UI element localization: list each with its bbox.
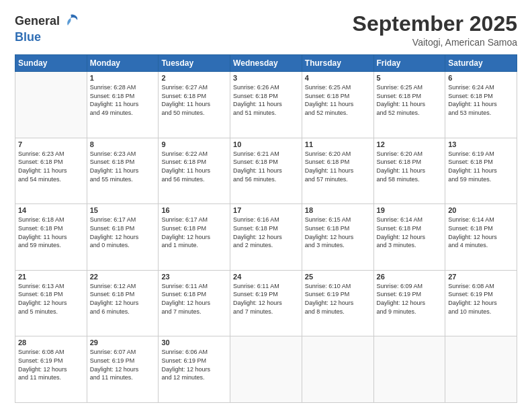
day-number: 7 [18,140,84,148]
day-info: Sunrise: 6:11 AMSunset: 6:18 PMDaylight:… [161,282,227,316]
day-info: Sunrise: 6:06 AMSunset: 6:19 PMDaylight:… [161,348,227,381]
table-row [230,336,302,403]
calendar-week-row: 14Sunrise: 6:18 AMSunset: 6:18 PMDayligh… [15,204,517,271]
table-row: 5Sunrise: 6:25 AMSunset: 6:18 PMDaylight… [373,72,445,138]
day-number: 21 [18,273,84,281]
table-row: 23Sunrise: 6:11 AMSunset: 6:18 PMDayligh… [159,270,230,336]
day-info: Sunrise: 6:26 AMSunset: 6:18 PMDaylight:… [233,83,299,117]
table-row: 9Sunrise: 6:22 AMSunset: 6:18 PMDaylight… [159,138,230,204]
day-info: Sunrise: 6:24 AMSunset: 6:18 PMDaylight:… [448,83,514,117]
table-row: 27Sunrise: 6:08 AMSunset: 6:19 PMDayligh… [445,270,517,336]
logo: General Blue [15,12,80,44]
day-info: Sunrise: 6:20 AMSunset: 6:18 PMDaylight:… [377,150,443,183]
table-row: 13Sunrise: 6:19 AMSunset: 6:18 PMDayligh… [445,138,517,204]
day-info: Sunrise: 6:09 AMSunset: 6:19 PMDaylight:… [377,282,443,316]
table-row: 15Sunrise: 6:17 AMSunset: 6:18 PMDayligh… [87,204,159,271]
table-row: 20Sunrise: 6:14 AMSunset: 6:18 PMDayligh… [445,204,517,271]
day-number: 4 [305,74,371,82]
table-row: 17Sunrise: 6:16 AMSunset: 6:18 PMDayligh… [230,204,302,271]
table-row: 1Sunrise: 6:28 AMSunset: 6:18 PMDaylight… [87,72,159,138]
day-info: Sunrise: 6:28 AMSunset: 6:18 PMDaylight:… [90,83,156,117]
table-row: 10Sunrise: 6:21 AMSunset: 6:18 PMDayligh… [230,138,302,204]
day-number: 5 [377,74,443,82]
table-row: 16Sunrise: 6:17 AMSunset: 6:18 PMDayligh… [159,204,230,271]
calendar-week-row: 1Sunrise: 6:28 AMSunset: 6:18 PMDaylight… [15,72,517,138]
day-number: 17 [233,206,299,214]
day-info: Sunrise: 6:25 AMSunset: 6:18 PMDaylight:… [377,83,443,117]
title-block: September 2025 Vaitogi, American Samoa [353,12,517,48]
location-title: Vaitogi, American Samoa [353,37,517,48]
table-row: 3Sunrise: 6:26 AMSunset: 6:18 PMDaylight… [230,72,302,138]
day-info: Sunrise: 6:07 AMSunset: 6:19 PMDaylight:… [90,348,156,381]
table-row [302,336,373,403]
table-row: 4Sunrise: 6:25 AMSunset: 6:18 PMDaylight… [302,72,373,138]
day-number: 16 [161,206,227,214]
day-number: 18 [305,206,371,214]
day-info: Sunrise: 6:13 AMSunset: 6:18 PMDaylight:… [18,282,84,316]
table-row [373,336,445,403]
day-info: Sunrise: 6:11 AMSunset: 6:19 PMDaylight:… [233,282,299,316]
table-row: 12Sunrise: 6:20 AMSunset: 6:18 PMDayligh… [373,138,445,204]
table-row: 8Sunrise: 6:23 AMSunset: 6:18 PMDaylight… [87,138,159,204]
day-info: Sunrise: 6:14 AMSunset: 6:18 PMDaylight:… [377,216,443,249]
day-number: 23 [161,273,227,281]
day-number: 26 [377,273,443,281]
table-row: 26Sunrise: 6:09 AMSunset: 6:19 PMDayligh… [373,270,445,336]
day-number: 24 [233,273,299,281]
day-info: Sunrise: 6:25 AMSunset: 6:18 PMDaylight:… [305,83,371,117]
day-info: Sunrise: 6:08 AMSunset: 6:19 PMDaylight:… [448,282,514,316]
day-info: Sunrise: 6:20 AMSunset: 6:18 PMDaylight:… [305,150,371,183]
day-info: Sunrise: 6:16 AMSunset: 6:18 PMDaylight:… [233,216,299,249]
day-info: Sunrise: 6:08 AMSunset: 6:19 PMDaylight:… [18,348,84,381]
day-number: 29 [90,338,156,347]
col-sunday: Sunday [15,55,87,72]
day-number: 11 [305,140,371,148]
col-friday: Friday [373,55,445,72]
day-number: 8 [90,140,156,148]
day-info: Sunrise: 6:23 AMSunset: 6:18 PMDaylight:… [18,150,84,183]
day-info: Sunrise: 6:10 AMSunset: 6:19 PMDaylight:… [305,282,371,316]
col-monday: Monday [87,55,159,72]
day-number: 22 [90,273,156,281]
table-row [15,72,87,138]
day-info: Sunrise: 6:18 AMSunset: 6:18 PMDaylight:… [18,216,84,249]
day-number: 12 [377,140,443,148]
day-number: 10 [233,140,299,148]
table-row: 6Sunrise: 6:24 AMSunset: 6:18 PMDaylight… [445,72,517,138]
day-number: 9 [161,140,227,148]
day-number: 3 [233,74,299,82]
col-wednesday: Wednesday [230,55,302,72]
day-number: 30 [161,338,227,347]
day-number: 1 [90,74,156,82]
table-row: 11Sunrise: 6:20 AMSunset: 6:18 PMDayligh… [302,138,373,204]
calendar-week-row: 21Sunrise: 6:13 AMSunset: 6:18 PMDayligh… [15,270,517,336]
calendar-week-row: 7Sunrise: 6:23 AMSunset: 6:18 PMDaylight… [15,138,517,204]
calendar-header-row: Sunday Monday Tuesday Wednesday Thursday… [15,55,517,72]
table-row: 18Sunrise: 6:15 AMSunset: 6:18 PMDayligh… [302,204,373,271]
day-number: 19 [377,206,443,214]
day-info: Sunrise: 6:12 AMSunset: 6:18 PMDaylight:… [90,282,156,316]
table-row: 21Sunrise: 6:13 AMSunset: 6:18 PMDayligh… [15,270,87,336]
table-row: 24Sunrise: 6:11 AMSunset: 6:19 PMDayligh… [230,270,302,336]
logo-blue: Blue [15,31,80,44]
logo-general: General [15,15,60,28]
table-row: 30Sunrise: 6:06 AMSunset: 6:19 PMDayligh… [159,336,230,403]
col-thursday: Thursday [302,55,373,72]
day-number: 6 [448,74,514,82]
day-number: 25 [305,273,371,281]
month-title: September 2025 [353,12,517,36]
day-number: 15 [90,206,156,214]
calendar-week-row: 28Sunrise: 6:08 AMSunset: 6:19 PMDayligh… [15,336,517,403]
day-info: Sunrise: 6:14 AMSunset: 6:18 PMDaylight:… [448,216,514,249]
table-row [445,336,517,403]
day-number: 13 [448,140,514,148]
day-number: 14 [18,206,84,214]
day-number: 20 [448,206,514,214]
day-number: 2 [161,74,227,82]
table-row: 29Sunrise: 6:07 AMSunset: 6:19 PMDayligh… [87,336,159,403]
table-row: 22Sunrise: 6:12 AMSunset: 6:18 PMDayligh… [87,270,159,336]
col-saturday: Saturday [445,55,517,72]
day-number: 28 [18,338,84,347]
col-tuesday: Tuesday [159,55,230,72]
day-info: Sunrise: 6:27 AMSunset: 6:18 PMDaylight:… [161,83,227,117]
